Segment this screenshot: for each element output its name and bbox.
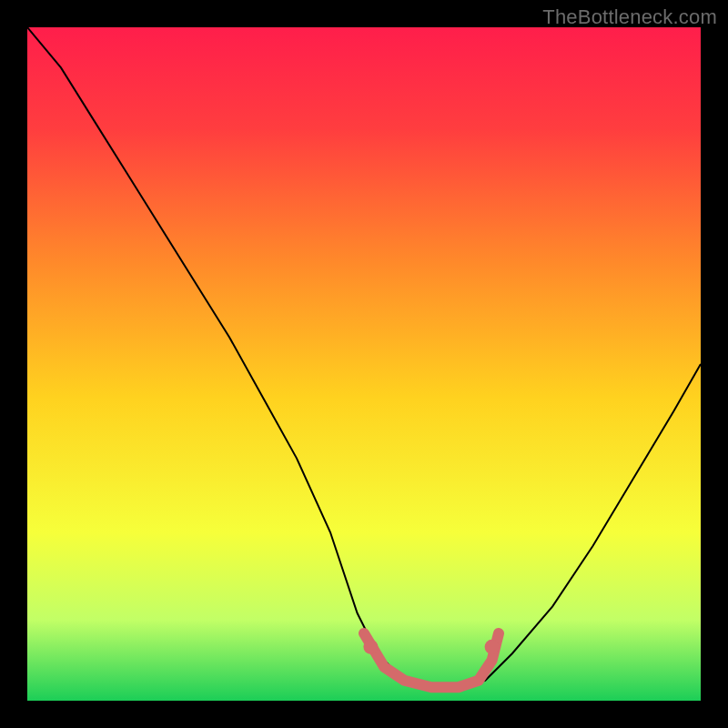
optimal-range-dot <box>363 640 378 654</box>
chart-background <box>27 27 701 701</box>
chart-plot-area <box>27 27 701 701</box>
optimal-range-dot <box>485 640 500 654</box>
watermark-text: TheBottleneck.com <box>542 5 717 29</box>
chart-svg <box>27 27 701 701</box>
